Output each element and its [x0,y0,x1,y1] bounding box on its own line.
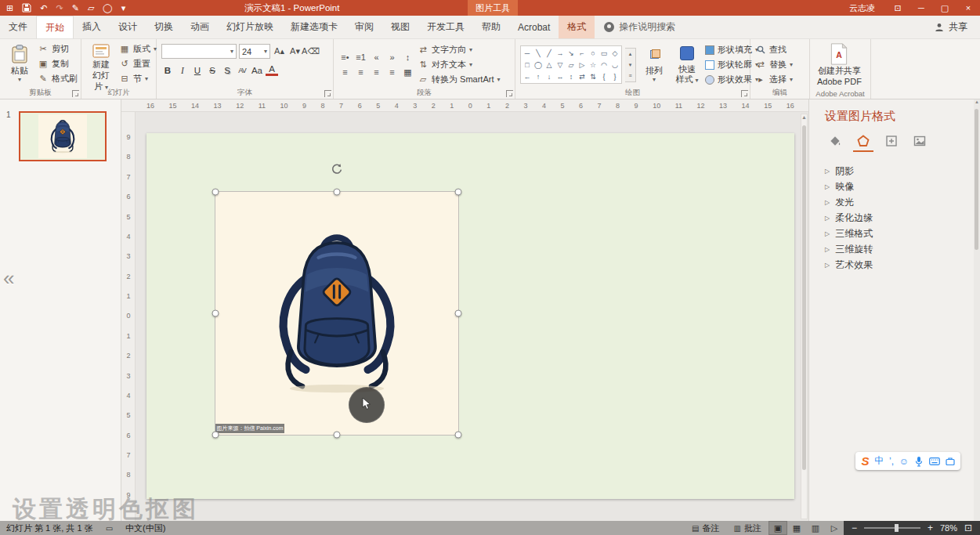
resize-handle-bottom-center[interactable] [334,432,341,439]
clipboard-dialog-launcher[interactable] [72,90,79,97]
ribbon-tab[interactable]: 插入 [74,16,110,38]
ribbon-tab[interactable]: 文件 [0,16,36,38]
slide-thumbnail[interactable] [19,111,107,161]
arrange-button[interactable]: 排列▾ [639,42,669,87]
slide-indicator[interactable]: 幻灯片 第 1 张, 共 1 张 [6,522,93,534]
ribbon-tab[interactable]: 格式 [559,16,595,38]
user-name[interactable]: 云志凌 [838,2,886,14]
bullets-icon[interactable]: ≡• [338,51,352,63]
undo-icon[interactable]: ↶ [40,3,47,13]
language-mode-icon[interactable]: 中 [874,454,884,468]
gallery-more-icon[interactable]: ≡ [625,70,635,81]
resize-handle-top-left[interactable] [212,189,219,196]
resize-handle-top-center[interactable] [334,189,341,196]
shape-icon[interactable]: ▭ [598,47,609,59]
text-direction-button[interactable]: ⇄文字方向▾ [418,44,500,56]
font-name-dropdown-icon[interactable]: ▾ [227,49,233,55]
ribbon-tab[interactable]: 设计 [110,16,146,38]
shape-icon[interactable]: ↑ [533,70,544,82]
toolbox-icon[interactable] [946,457,955,466]
shape-icon[interactable]: } [609,70,620,82]
keyboard-icon[interactable] [929,457,940,465]
shape-icon[interactable]: ○ [588,47,598,59]
shape-icon[interactable]: ☆ [588,59,598,70]
smartart-button[interactable]: ▱转换为 SmartArt▾ [418,74,500,86]
align-text-button[interactable]: ⇅对齐文本▾ [418,59,500,71]
normal-view-icon[interactable]: ▣ [768,521,787,535]
flag-icon[interactable]: ▱ [88,3,94,13]
ribbon-tab[interactable]: 动画 [182,16,218,38]
line-spacing-icon[interactable]: ↕ [401,51,414,63]
font-style-button[interactable]: I [176,63,189,77]
pane-section[interactable]: ▷ 柔化边缘 [825,210,974,226]
shape-icon[interactable]: { [598,70,609,82]
copy-button[interactable]: ▣复制 [38,57,78,70]
format-painter-button[interactable]: ✎格式刷 [38,72,78,85]
ribbon-tab[interactable]: 开始 [36,16,74,38]
pane-section[interactable]: ▷ 艺术效果 [825,257,974,273]
new-slide-button[interactable]: 新建 幻灯片 ▾ [86,42,116,87]
pane-section[interactable]: ▷ 三维旋转 [825,241,974,257]
font-style-button[interactable]: B [161,63,174,77]
create-pdf-button[interactable]: 创建并共享 Adobe PDF [815,42,864,87]
save-icon[interactable] [22,3,31,13]
shape-icon[interactable]: ◡ [609,59,620,70]
record-icon[interactable]: ◯ [103,3,112,13]
drawing-dialog-launcher[interactable] [741,90,748,97]
pane-scroll-up-icon[interactable]: ▲ [974,99,980,104]
pane-section[interactable]: ▷ 阴影 [825,163,974,179]
shape-icon[interactable]: ╲ [533,47,544,59]
shape-icon[interactable]: ─ [522,47,533,59]
paste-dropdown-icon[interactable]: ▾ [18,77,21,83]
app-icon[interactable]: ⊞ [6,3,13,13]
shape-icon[interactable]: ▷ [577,59,588,70]
numbering-icon[interactable]: ≡1 [354,51,367,63]
font-dialog-launcher[interactable] [324,90,331,97]
effects-pentagon-icon[interactable] [853,132,873,152]
columns-icon[interactable]: ▦ [401,66,414,78]
paste-button[interactable]: 粘贴 ▾ [5,42,34,87]
zoom-in-icon[interactable]: + [928,522,933,533]
size-properties-icon[interactable] [881,132,902,152]
shape-icon[interactable]: ⇅ [588,70,598,82]
shape-icon[interactable]: △ [544,59,555,70]
shape-icon[interactable]: ◠ [598,59,609,70]
fill-line-icon[interactable] [825,132,845,152]
shape-icon[interactable]: ↔ [555,70,566,82]
font-size-combo[interactable]: 24▾ [239,44,270,59]
language-indicator[interactable]: 中文(中国) [125,522,165,534]
find-button[interactable]: 查找 [755,44,793,56]
ribbon-tab[interactable]: 新建选项卡 [282,16,346,38]
zoom-slider-thumb[interactable] [895,524,899,532]
shape-icon[interactable]: ⌐ [577,47,588,59]
slideshow-view-icon[interactable]: ▷ [825,521,844,535]
ribbon-tab[interactable]: 审阅 [346,16,382,38]
fit-window-icon[interactable]: ⊡ [964,522,972,533]
replace-button[interactable]: ⇄替换▾ [755,59,793,71]
slide-canvas[interactable]: 图片来源：拍信 Paixin.com [146,133,794,499]
emoji-icon[interactable]: ☺ [899,456,909,467]
reading-view-icon[interactable]: ▥ [806,521,825,535]
align-left-icon[interactable]: ≡ [338,66,352,78]
resize-handle-middle-left[interactable] [212,310,219,317]
scrollbar-thumb[interactable] [802,125,806,470]
canvas-scrollbar[interactable]: ▲ [801,114,808,519]
paragraph-dialog-launcher[interactable] [506,90,513,97]
ribbon-tab[interactable]: 帮助 [473,16,509,38]
redo-icon[interactable]: ↷ [56,3,63,13]
ribbon-tab[interactable]: 视图 [382,16,418,38]
maximize-button[interactable]: ▢ [933,0,956,16]
qat-more-icon[interactable]: ▾ [121,3,126,13]
ribbon-display-options-icon[interactable]: ⊡ [886,0,909,16]
font-style-button[interactable]: S [221,63,233,77]
mic-icon[interactable] [914,456,924,467]
zoom-level[interactable]: 78% [940,523,957,533]
ribbon-tab[interactable]: Acrobat [509,16,559,38]
font-size-dropdown-icon[interactable]: ▾ [261,49,267,55]
gallery-up-icon[interactable]: ▴ [625,49,635,60]
shape-icon[interactable]: ╱ [544,47,555,59]
indent-increase-icon[interactable]: » [385,51,399,63]
shape-icon[interactable]: ◇ [609,47,620,59]
sogou-logo-icon[interactable]: S [861,454,869,468]
pen-icon[interactable]: ✎ [72,3,79,13]
